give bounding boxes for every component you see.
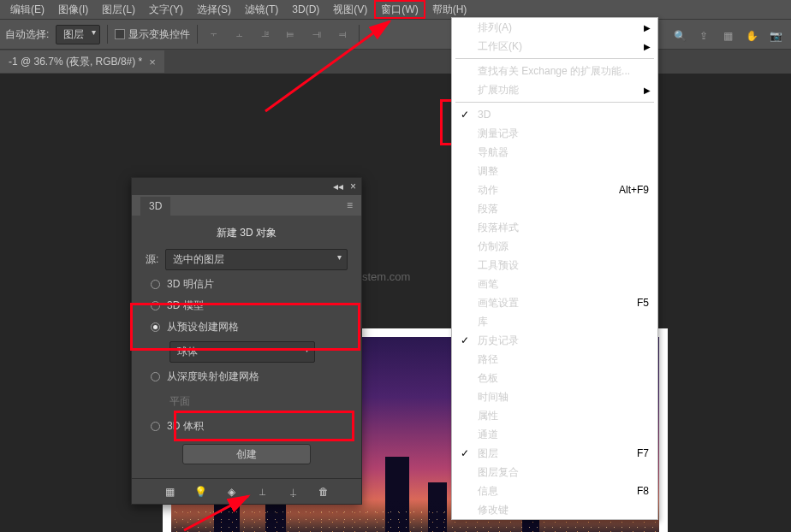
menu-item[interactable]: 画笔 [452,275,657,293]
radio-label: 3D 明信片 [167,277,214,292]
align-center-v-icon[interactable]: ⫣ [307,25,326,44]
menu-layer[interactable]: 图层(L) [95,0,142,19]
menu-image[interactable]: 图像(I) [51,0,95,19]
menu-item-label: 信息 [478,484,498,499]
camera-icon[interactable]: ⟂̣ [286,485,300,499]
menu-window[interactable]: 窗口(W) [374,0,425,19]
source-dropdown[interactable]: 选中的图层 [165,249,348,270]
align-bottom-icon[interactable]: ⫤ [333,25,352,44]
radio-label: 从预设创建网格 [167,320,239,334]
panel-3d: ◂◂ × 3D ≡ 新建 3D 对象 源: 选中的图层 3D 明信片 3D 模型… [131,177,362,505]
panel-tabs: 3D ≡ [132,195,361,216]
trash-icon[interactable]: 🗑 [317,485,330,499]
menu-item[interactable]: 历史记录 [452,331,657,350]
panel-footer: ▦ 💡 ◈ ⟂ ⟂̣ 🗑 [132,478,361,504]
menu-select[interactable]: 选择(S) [190,0,238,19]
show-transform-label: 显示变换控件 [128,27,190,42]
checkbox-icon [115,29,125,39]
panel-collapse-icon[interactable]: ◂◂ [333,180,343,192]
menu-item[interactable]: 色板 [452,369,657,387]
menu-separator [455,102,654,103]
menu-item[interactable]: 导航器 [452,143,657,162]
light-icon[interactable]: 💡 [193,485,207,499]
document-tab[interactable]: -1 @ 36.7% (夜景, RGB/8#) * × [0,50,164,73]
menu-item[interactable]: 测量记录 [452,124,657,143]
close-icon[interactable]: × [149,56,156,68]
menu-item-label: 画笔 [478,277,498,292]
menu-edit[interactable]: 编辑(E) [3,0,51,19]
menu-item-label: 测量记录 [478,127,519,141]
panel-menu-icon[interactable]: ≡ [347,199,353,211]
align-top-icon[interactable]: ⫢ [282,25,300,44]
menu-type[interactable]: 文字(Y) [142,0,190,19]
document-tabs: -1 @ 36.7% (夜景, RGB/8#) * × [0,50,791,74]
menu-item[interactable]: 通道 [452,425,657,444]
menu-item[interactable]: 段落样式 [452,218,657,237]
preset-mesh-dropdown[interactable]: 球体 [170,341,315,363]
panel-close-icon[interactable]: × [350,180,356,192]
menu-3d[interactable]: 3D(D) [285,0,326,19]
hand-icon[interactable]: ✋ [743,27,760,44]
menu-item-label: 段落样式 [478,221,519,235]
menu-filter[interactable]: 滤镜(T) [238,0,285,19]
camera-icon[interactable]: 📷 [767,27,784,44]
distribute-icon[interactable]: ⋯ [366,25,385,44]
submenu-arrow-icon: ▶ [644,86,651,95]
menu-shortcut: F5 [637,297,649,309]
menu-item[interactable]: 段落 [452,199,657,218]
separator [197,25,198,44]
menu-item[interactable]: 3D [452,105,657,124]
menu-item[interactable]: 扩展功能▶ [452,80,657,99]
menu-item[interactable]: 画笔设置F5 [452,293,657,312]
radio-icon [151,322,160,332]
scene-icon[interactable]: ▦ [163,485,176,499]
show-transform-checkbox[interactable]: 显示变换控件 [115,27,190,42]
radio-preset-mesh[interactable]: 从预设创建网格 [151,320,348,334]
auto-select-dropdown[interactable]: 图层 [56,25,100,44]
menu-item-label: 导航器 [478,145,508,160]
menu-item[interactable]: 库 [452,312,657,331]
auto-select-label: 自动选择: [5,27,49,42]
share-icon[interactable]: ⇪ [695,27,712,44]
create-button[interactable]: 创建 [182,444,311,464]
panel-tab-3d[interactable]: 3D [140,197,170,216]
menu-item[interactable]: 仿制源 [452,237,657,256]
menu-item[interactable]: 排列(A)▶ [452,18,657,37]
align-left-icon[interactable]: ⫟ [205,25,223,44]
align-center-h-icon[interactable]: ⫠ [230,25,249,44]
menu-item-label: 查找有关 Exchange 的扩展功能... [478,64,630,79]
menu-item[interactable]: 时间轴 [452,387,657,406]
align-right-icon[interactable]: ⫡ [256,25,275,44]
menu-item[interactable]: 修改键 [452,500,657,519]
depth-mesh-value: 平面 [170,391,348,412]
menu-item[interactable]: 调整 [452,162,657,180]
radio-3d-postcard[interactable]: 3D 明信片 [151,277,348,292]
grid-icon[interactable]: ▦ [719,27,736,44]
menu-item[interactable]: 信息F8 [452,482,657,500]
menu-item[interactable]: 查找有关 Exchange 的扩展功能... [452,62,657,80]
menu-item[interactable]: 工作区(K)▶ [452,37,657,56]
panel-body: 新建 3D 对象 源: 选中的图层 3D 明信片 3D 模型 从预设创建网格 球… [132,216,361,478]
menu-item[interactable]: 属性 [452,406,657,425]
menu-item[interactable]: 图层F7 [452,444,657,463]
menu-item-label: 时间轴 [478,390,508,405]
menu-item[interactable]: 路径 [452,350,657,369]
menu-item-label: 图层 [478,446,498,461]
menu-item[interactable]: 工具预设 [452,256,657,275]
radio-3d-volume[interactable]: 3D 体积 [151,419,348,434]
radio-label: 从深度映射创建网格 [167,369,259,384]
radio-depth-mesh[interactable]: 从深度映射创建网格 [151,369,348,384]
workspace [0,74,791,532]
menu-item-label: 图层复合 [478,465,519,480]
menu-item-label: 历史记录 [478,334,519,348]
menu-item[interactable]: 图层复合 [452,463,657,482]
menu-item[interactable]: 动作Alt+F9 [452,180,657,199]
search-icon[interactable]: 🔍 [671,27,688,44]
menu-item-label: 排列(A) [478,21,512,35]
menu-help[interactable]: 帮助(H) [425,0,474,19]
mesh-icon[interactable]: ⟂ [255,485,269,499]
radio-3d-model[interactable]: 3D 模型 [151,299,348,313]
menu-view[interactable]: 视图(V) [326,0,374,19]
material-icon[interactable]: ◈ [224,485,238,499]
menu-item-label: 工具预设 [478,258,519,273]
